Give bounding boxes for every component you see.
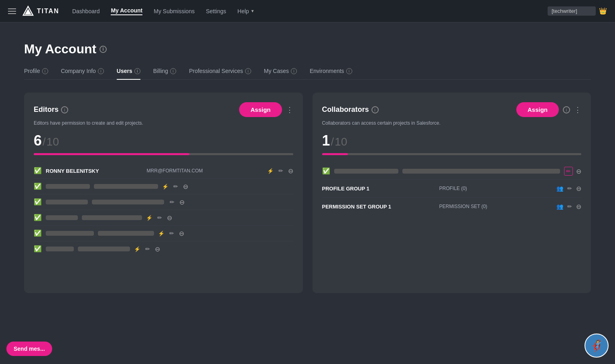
collaborators-progress-fill [322,153,348,155]
cards-row: Editors i Assign ⋮ Editors have permissi… [24,93,591,293]
page-title: My Account [24,42,96,57]
table-row: ✅ ⚡ ✏ ⊖ [34,226,293,241]
group-type: PERMISSION SET (0) [439,204,552,209]
tab-environments[interactable]: Environments i [310,68,352,80]
tab-company-info[interactable]: Company Info i [61,68,104,80]
edit-group-button[interactable]: ✏ [566,202,574,210]
tab-professional-services[interactable]: Professional Services i [189,68,251,80]
table-row: ✅ ⚡ ✏ ⊖ [34,179,293,194]
edit-user-button[interactable]: ✏ [144,245,152,253]
editors-usage: 6 / 10 [34,132,293,149]
editors-title: Editors [34,105,59,114]
help-down-icon: ▼ [251,9,255,13]
tab-professional-info[interactable]: i [245,68,251,74]
user-email: MRR@FORMTITAN.COM [147,168,263,174]
edit-user-button-highlighted[interactable]: ✏ [564,167,573,176]
remove-user-button[interactable]: ⊖ [288,167,293,175]
tab-my-cases[interactable]: My Cases i [264,68,297,80]
edit-user-button[interactable]: ✏ [156,214,164,222]
user-actions: ⚡ ✏ ⊖ [146,214,172,222]
collaborators-card: Collaborators i Assign i ⋮ Collaborators… [313,93,591,293]
collaborators-card-header: Collaborators i Assign i ⋮ [322,102,582,117]
editors-assign-button[interactable]: Assign [239,102,282,117]
user-name-redacted [46,184,90,189]
editors-more-icon[interactable]: ⋮ [286,105,293,114]
user-email-redacted [82,215,142,220]
nav-my-submissions[interactable]: My Submissions [154,8,195,14]
chat-bubble[interactable]: Send mes... [6,342,52,356]
remove-user-button[interactable]: ⊖ [167,214,172,222]
user-name-redacted [46,200,88,204]
tab-company-info-icon[interactable]: i [98,68,104,74]
lightning-icon: ⚡ [134,246,140,252]
tab-profile[interactable]: Profile i [24,68,48,80]
edit-user-button[interactable]: ✏ [172,182,180,190]
collaborators-header-info-icon[interactable]: i [563,106,570,113]
nav-dashboard[interactable]: Dashboard [72,8,100,14]
page-content: My Account ℹ Profile i Company Info i Us… [0,22,615,309]
nav-help[interactable]: Help ▼ [237,8,255,14]
remove-group-button[interactable]: ⊖ [576,185,581,192]
user-account-box[interactable]: [techwriter] [548,6,596,16]
group-actions: 👥 ✏ ⊖ [556,184,581,192]
edit-user-button[interactable]: ✏ [168,198,176,206]
collaborators-more-icon[interactable]: ⋮ [574,105,581,114]
tab-billing-info[interactable]: i [170,68,176,74]
group-name: PERMISSION SET GROUP 1 [322,204,434,210]
user-email-redacted [94,184,158,189]
edit-group-button[interactable]: ✏ [566,184,574,192]
tabs-row: Profile i Company Info i Users i Billing… [24,68,591,80]
editors-title-group: Editors i [34,105,68,114]
user-check-icon: ✅ [34,245,42,253]
collaborators-title-group: Collaborators i [322,105,379,114]
tab-users[interactable]: Users i [117,68,140,80]
collaborators-header-right: Assign i ⋮ [516,102,581,117]
user-check-icon: ✅ [34,182,42,190]
remove-user-button[interactable]: ⊖ [179,230,184,237]
user-actions: ✏ ⊖ [168,198,185,206]
collaborators-assign-button[interactable]: Assign [516,102,559,117]
nav-settings[interactable]: Settings [206,8,226,14]
user-email-redacted [98,231,154,236]
remove-user-button[interactable]: ⊖ [183,183,188,190]
support-avatar[interactable]: 🦸 [585,334,609,358]
people-icon[interactable]: 👥 [556,185,563,192]
user-actions: ⚡ ✏ ⊖ [134,245,160,253]
remove-user-button[interactable]: ⊖ [576,168,581,175]
editors-header-right: Assign ⋮ [239,102,293,117]
editors-info-icon[interactable]: i [61,106,68,113]
tab-environments-info[interactable]: i [346,68,352,74]
collaborators-info-icon[interactable]: i [371,106,379,113]
group-name: PROFILE GROUP 1 [322,186,434,192]
user-name-redacted [46,215,78,220]
page-title-info-icon[interactable]: ℹ [99,46,107,53]
lightning-icon: ⚡ [158,231,164,237]
tab-billing[interactable]: Billing i [153,68,176,80]
table-row: ✅ ✏ ⊖ [34,194,293,210]
user-actions: ✏ ⊖ [564,167,581,176]
tab-profile-info[interactable]: i [42,68,48,74]
remove-user-button[interactable]: ⊖ [155,245,160,253]
table-row: ✅ ✏ ⊖ [322,163,582,180]
user-text: [techwriter] [552,8,577,14]
support-avatar-icon: 🦸 [590,339,604,352]
table-row: ✅ ⚡ ✏ ⊖ [34,210,293,226]
table-row: ✅ ⚡ ✏ ⊖ [34,241,293,257]
remove-user-button[interactable]: ⊖ [179,198,185,206]
user-email-redacted [78,247,130,251]
user-email-redacted [92,200,164,204]
people-icon[interactable]: 👥 [556,203,563,210]
hamburger-menu[interactable] [8,8,16,14]
user-name-redacted [46,231,94,236]
navbar-right: [techwriter] 👑 [548,6,607,16]
edit-user-button[interactable]: ✏ [168,229,176,237]
user-name: RONNY BELENITSKY [46,168,143,174]
lightning-icon: ⚡ [267,168,274,174]
tab-my-cases-info[interactable]: i [291,68,297,74]
edit-user-button[interactable]: ✏ [277,167,285,175]
remove-group-button[interactable]: ⊖ [576,203,581,210]
tab-users-info[interactable]: i [134,68,140,74]
collaborators-progress-bar [322,153,582,155]
list-item: PERMISSION SET GROUP 1 PERMISSION SET (0… [322,198,582,215]
nav-my-account[interactable]: My Account [111,7,142,15]
